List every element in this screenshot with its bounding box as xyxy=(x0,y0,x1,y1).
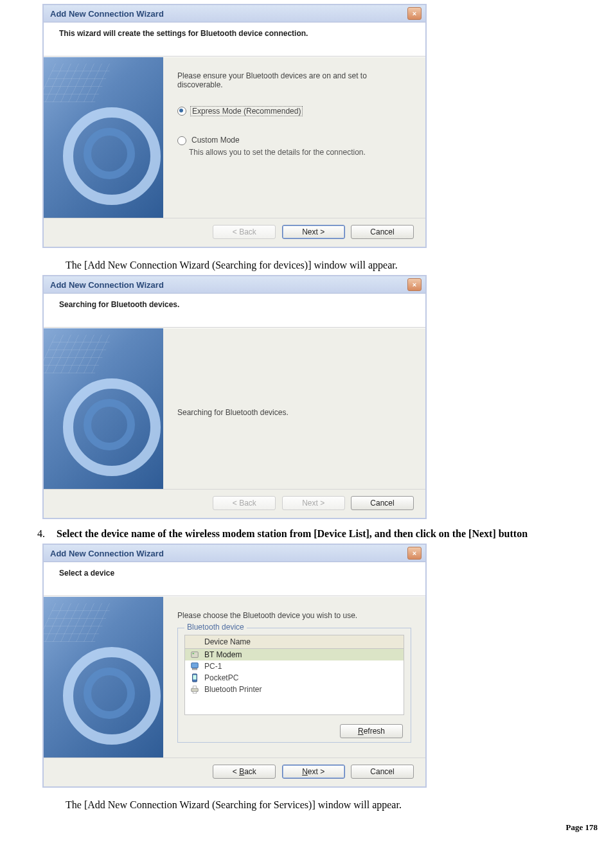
wizard-header: Searching for Bluetooth devices. xyxy=(44,294,425,328)
page-number: Page 178 xyxy=(13,822,600,833)
list-item[interactable]: Bluetooth Printer xyxy=(185,684,404,695)
close-icon[interactable]: × xyxy=(407,278,422,291)
svg-rect-8 xyxy=(193,692,196,694)
close-icon[interactable]: × xyxy=(407,547,422,560)
computer-icon xyxy=(190,662,199,671)
cancel-button[interactable]: Cancel xyxy=(351,765,414,779)
cancel-button[interactable]: Cancel xyxy=(351,225,414,239)
svg-rect-2 xyxy=(191,663,199,668)
wizard-side-graphic xyxy=(44,57,163,218)
svg-rect-7 xyxy=(193,686,196,689)
close-icon[interactable]: × xyxy=(407,7,422,20)
window-title: Add New Connection Wizard xyxy=(50,9,407,19)
wizard-footer: < Back Next > Cancel xyxy=(44,218,425,247)
radio-sublabel: This allows you to set the details for t… xyxy=(189,148,411,157)
device-name: BT Modem xyxy=(204,650,242,659)
device-name: PC-1 xyxy=(204,662,222,671)
next-button[interactable]: Next > xyxy=(282,765,345,779)
caption-searching-services: The [Add New Connection Wizard (Searchin… xyxy=(66,799,600,811)
intro-text: Please ensure your Bluetooth devices are… xyxy=(177,71,411,89)
device-name: Bluetooth Printer xyxy=(204,685,262,694)
radio-icon xyxy=(177,136,186,145)
next-button: Next > xyxy=(282,496,345,510)
refresh-button[interactable]: Refresh xyxy=(340,724,403,738)
window-title: Add New Connection Wizard xyxy=(50,280,407,290)
titlebar: Add New Connection Wizard × xyxy=(44,276,425,294)
radio-express-mode[interactable]: Express Mode (Recommended) xyxy=(177,106,411,116)
svg-rect-3 xyxy=(193,669,197,670)
list-item[interactable]: BT Modem xyxy=(185,649,404,660)
radio-label: Express Mode (Recommended) xyxy=(190,106,303,116)
titlebar: Add New Connection Wizard × xyxy=(44,5,425,22)
radio-label: Custom Mode xyxy=(190,136,241,145)
radio-icon xyxy=(177,107,186,116)
svg-rect-5 xyxy=(193,675,196,680)
status-text: Searching for Bluetooth devices. xyxy=(177,408,289,417)
back-button[interactable]: < Back xyxy=(213,765,276,779)
device-name: PocketPC xyxy=(204,673,238,682)
back-button: < Back xyxy=(213,225,276,239)
wizard-header: Select a device xyxy=(44,562,425,596)
back-button: < Back xyxy=(213,496,276,510)
wizard-side-graphic xyxy=(44,328,163,489)
svg-rect-6 xyxy=(191,688,199,691)
wizard-side-graphic xyxy=(44,597,163,757)
step-instruction: Select the device name of the wireless m… xyxy=(57,528,528,540)
step-4: 4. Select the device name of the wireles… xyxy=(19,528,600,540)
caption-searching-devices: The [Add New Connection Wizard (Searchin… xyxy=(66,260,600,271)
bluetooth-device-fieldset: Bluetooth device Device Name BT Modem xyxy=(177,628,411,743)
column-header-device-name[interactable]: Device Name xyxy=(185,635,404,649)
wizard-dialog-mode: Add New Connection Wizard × This wizard … xyxy=(42,4,427,248)
titlebar: Add New Connection Wizard × xyxy=(44,545,425,562)
device-list[interactable]: Device Name BT Modem PC-1 xyxy=(184,635,404,715)
window-title: Add New Connection Wizard xyxy=(50,549,407,558)
svg-rect-1 xyxy=(193,653,195,654)
list-item[interactable]: PocketPC xyxy=(185,672,404,684)
svg-rect-0 xyxy=(191,652,199,658)
fieldset-legend: Bluetooth device xyxy=(184,623,247,632)
list-item[interactable]: PC-1 xyxy=(185,660,404,672)
cancel-button[interactable]: Cancel xyxy=(351,496,414,510)
pda-icon xyxy=(190,673,199,682)
printer-icon xyxy=(190,685,199,694)
wizard-dialog-select-device: Add New Connection Wizard × Select a dev… xyxy=(42,544,427,788)
next-button[interactable]: Next > xyxy=(282,225,345,239)
intro-text: Please choose the Bluetooth device you w… xyxy=(177,611,411,620)
wizard-footer: < Back Next > Cancel xyxy=(44,489,425,518)
wizard-header: This wizard will create the settings for… xyxy=(44,22,425,57)
modem-icon xyxy=(190,650,199,659)
radio-custom-mode[interactable]: Custom Mode xyxy=(177,136,411,145)
step-number: 4. xyxy=(19,528,45,540)
wizard-dialog-searching: Add New Connection Wizard × Searching fo… xyxy=(42,275,427,519)
wizard-footer: < Back Next > Cancel xyxy=(44,757,425,786)
